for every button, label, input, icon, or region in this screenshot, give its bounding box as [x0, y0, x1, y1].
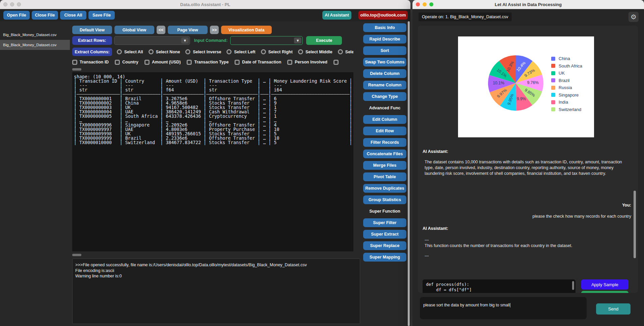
- sidebar-button-remove-duplicates[interactable]: Remove Duplicates: [363, 184, 406, 193]
- close-all-button[interactable]: Close All: [60, 11, 86, 20]
- apply-sample-button[interactable]: Apply Sample: [581, 279, 628, 290]
- select-mode-radio[interactable]: Select Middle: [298, 49, 332, 54]
- page-view-button[interactable]: Page View: [168, 26, 208, 34]
- select-mode-radio[interactable]: Select All: [117, 49, 143, 54]
- file-list-item[interactable]: Big_Black_Money_Dataset.csv: [0, 30, 70, 40]
- zoom-window-icon[interactable]: [429, 2, 433, 6]
- radio-icon[interactable]: [338, 49, 343, 54]
- horizontal-scrollbar[interactable]: [72, 254, 81, 256]
- sidebar-button-delete-column[interactable]: Delete Column: [363, 69, 406, 78]
- checkbox-icon[interactable]: [115, 60, 120, 65]
- column-checkbox[interactable]: Transaction ID: [72, 60, 109, 65]
- legend-item[interactable]: India: [551, 100, 582, 105]
- account-button[interactable]: olllo.top@outlook.com: [358, 11, 408, 20]
- chevron-down-icon[interactable]: ▼: [181, 37, 189, 44]
- extract-rows-combobox[interactable]: ▼: [114, 36, 190, 45]
- sidebar-button-swap-two-columns[interactable]: Swap Two Columns: [363, 58, 406, 66]
- close-window-icon[interactable]: [416, 2, 420, 6]
- operate-on-selector[interactable]: Operate on: 1. Big_Black_Money_Dataset.c…: [419, 12, 512, 21]
- sidebar-button-super-filter[interactable]: Super Filter: [363, 218, 406, 227]
- sidebar-button-concatenate-files[interactable]: Concatenate Files: [363, 150, 406, 158]
- save-file-button[interactable]: Save File: [88, 11, 115, 20]
- legend-item[interactable]: Switzerland: [551, 107, 582, 112]
- chat-input[interactable]: please sort the data by amount from big …: [420, 297, 587, 319]
- radio-icon[interactable]: [149, 49, 154, 54]
- column-checkbox[interactable]: Amount (USD): [144, 60, 181, 65]
- open-file-button[interactable]: Open File: [3, 11, 30, 20]
- sidebar-button-rapid-describe[interactable]: Rapid Describe: [363, 35, 406, 44]
- sidebar-button-rename-column[interactable]: Rename Column: [363, 81, 406, 89]
- column-checkbox[interactable]: Date of Transaction: [235, 60, 281, 65]
- file-list-item[interactable]: Big_Black_Money_Dataset.csv: [0, 40, 70, 50]
- chat-scrollbar[interactable]: [634, 191, 636, 258]
- sidebar-button-change-type[interactable]: Change Type: [363, 92, 406, 101]
- column-checkbox[interactable]: Country: [115, 60, 138, 65]
- sidebar-button-merge-files[interactable]: Merge Files: [363, 161, 406, 170]
- right-titlebar[interactable]: Let AI Assist in Data Processing: [412, 0, 644, 9]
- default-view-button[interactable]: Default View: [72, 26, 112, 34]
- select-mode-radio[interactable]: Sele: [338, 49, 353, 54]
- sidebar-button-super-extract[interactable]: Super Extract: [363, 230, 406, 239]
- extract-rows-button[interactable]: Extract Rows:: [72, 36, 112, 45]
- send-button[interactable]: Send: [596, 303, 630, 315]
- sidebar-button-basic-info[interactable]: Basic Info: [363, 23, 406, 32]
- legend-item[interactable]: Singapore: [551, 92, 582, 98]
- zoom-window-icon[interactable]: [17, 2, 21, 6]
- radio-icon[interactable]: [117, 49, 122, 54]
- gear-icon[interactable]: ⚙: [628, 12, 639, 22]
- sidebar-button-group-statistics[interactable]: Group Statistics: [363, 195, 406, 204]
- chat-region[interactable]: 10.4%9.73%9.76%9.85%9.9%9.95%9.97%10.1%1…: [418, 26, 638, 293]
- checkbox-icon[interactable]: [144, 60, 150, 65]
- legend-item[interactable]: China: [551, 56, 582, 61]
- sidebar-button-pivot-table[interactable]: Pivot Table: [363, 172, 406, 181]
- sidebar-button-edit-column[interactable]: Edit Column: [363, 115, 406, 124]
- code-scrollbar[interactable]: [572, 281, 574, 290]
- partially-visible-button[interactable]: [581, 291, 628, 293]
- visualization-data-button[interactable]: Visualization Data: [221, 26, 272, 34]
- checkbox-icon[interactable]: [187, 60, 192, 65]
- close-file-button[interactable]: Close File: [32, 11, 58, 20]
- select-mode-radio[interactable]: Select Right: [261, 49, 293, 54]
- checkbox-icon[interactable]: [235, 60, 240, 65]
- vertical-scrollbar[interactable]: [408, 21, 410, 326]
- input-command-combobox[interactable]: ▼: [230, 36, 303, 45]
- horizontal-scrollbar[interactable]: [72, 68, 81, 71]
- log-panel[interactable]: >>>File opened successfully, file name i…: [72, 259, 360, 324]
- checkbox-icon[interactable]: [72, 60, 77, 65]
- radio-icon[interactable]: [261, 49, 266, 54]
- radio-icon[interactable]: [226, 49, 232, 54]
- checkbox-icon[interactable]: [287, 60, 292, 65]
- extract-columns-button[interactable]: Extract Columns:: [72, 48, 112, 56]
- ai-assistant-button[interactable]: AI Assistant: [322, 11, 351, 20]
- legend-item[interactable]: Brazil: [551, 78, 582, 83]
- legend-item[interactable]: Russia: [551, 85, 582, 90]
- checkbox-icon[interactable]: [333, 60, 339, 65]
- execute-button[interactable]: Execute: [306, 36, 342, 45]
- legend-item[interactable]: UK: [551, 71, 582, 76]
- sidebar-button-filter-records[interactable]: Filter Records: [363, 138, 406, 147]
- code-suggestion-box[interactable]: def process(dfs): df = dfs["df"]: [423, 279, 575, 293]
- radio-icon[interactable]: [185, 49, 190, 54]
- select-mode-radio[interactable]: Select Left: [226, 49, 255, 54]
- select-mode-radio[interactable]: Select None: [149, 49, 180, 54]
- minimize-window-icon[interactable]: [423, 2, 427, 6]
- next-page-button[interactable]: >>: [210, 26, 219, 34]
- global-view-button[interactable]: Global View: [114, 26, 154, 34]
- chevron-down-icon[interactable]: ▼: [294, 37, 301, 44]
- sidebar-button-sort[interactable]: Sort: [363, 46, 406, 55]
- column-checkbox[interactable]: [333, 60, 339, 65]
- sidebar-button-super-replace[interactable]: Super Replace: [363, 241, 406, 250]
- prev-page-button[interactable]: <<: [157, 26, 165, 34]
- data-table-panel[interactable]: shape: (10_000, 14) │ Transaction ID │ C…: [72, 72, 353, 251]
- close-window-icon[interactable]: [3, 2, 7, 6]
- select-mode-radio[interactable]: Select Inverse: [185, 49, 221, 54]
- minimize-window-icon[interactable]: [10, 2, 14, 6]
- column-checkbox[interactable]: Transaction Type: [187, 60, 229, 65]
- column-checkbox[interactable]: Person Involved: [287, 60, 327, 65]
- left-traffic-lights: [3, 2, 21, 6]
- sidebar-button-edit-row[interactable]: Edit Row: [363, 127, 406, 135]
- radio-icon[interactable]: [298, 49, 303, 54]
- left-titlebar[interactable]: Data.olllo Assistant - PL: [0, 0, 410, 9]
- legend-item[interactable]: South Africa: [551, 63, 582, 69]
- sidebar-button-super-mapping[interactable]: Super Mapping: [363, 253, 406, 262]
